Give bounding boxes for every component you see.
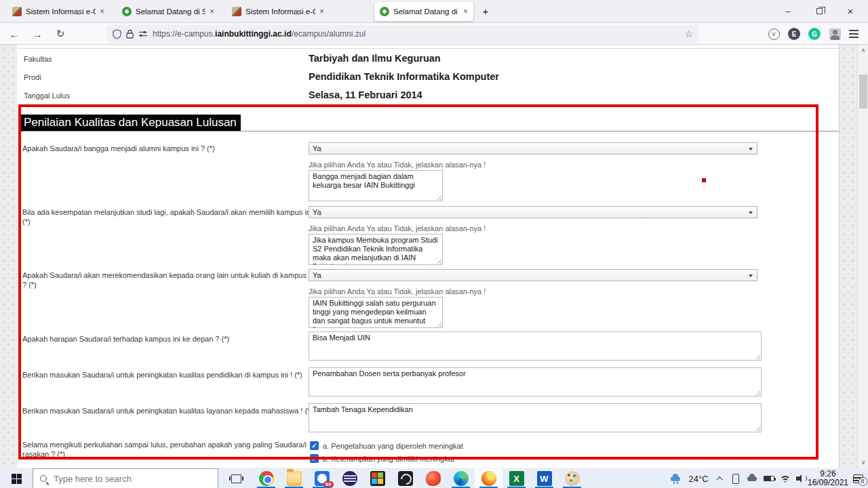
eclipse-icon xyxy=(342,471,357,486)
notification-count-badge: 8 xyxy=(859,477,867,486)
tab-4-active[interactable]: Selamat Datang di Sistem Infor × xyxy=(374,2,473,21)
question-6-answer-wrap: Tambah Tenaga Kependidikan xyxy=(309,403,762,432)
taskbar-app-excel[interactable]: X xyxy=(502,468,530,488)
window-close-button[interactable]: × xyxy=(837,0,864,22)
question-6-answer-textarea[interactable]: Tambah Tenaga Kependidikan xyxy=(309,403,762,432)
extension-g-badge: G xyxy=(808,28,821,40)
taskbar-app-paint[interactable] xyxy=(558,468,586,488)
restore-icon xyxy=(816,8,823,14)
search-input[interactable] xyxy=(54,474,189,484)
question-3-reason-textarea[interactable]: IAIN Bukittinggi salah satu perguruan ti… xyxy=(309,297,443,328)
question-1-reason-wrap: Bangga menjadi bagian dalam keluarga bes… xyxy=(309,170,443,201)
permissions-icon[interactable] xyxy=(138,30,148,37)
pocket-icon[interactable]: ∨ xyxy=(765,23,783,45)
scrollbar-thumb[interactable] xyxy=(859,75,867,108)
tab-close-icon[interactable]: × xyxy=(100,7,104,16)
question-2-dropdown[interactable]: Ya xyxy=(309,206,757,218)
bookmark-star-icon[interactable]: ☆ xyxy=(684,28,693,39)
shield-icon[interactable] xyxy=(113,29,121,39)
taskbar-app-eclipse[interactable] xyxy=(336,468,363,488)
tab-close-icon[interactable]: × xyxy=(463,7,468,16)
taskbar-search[interactable] xyxy=(33,468,218,488)
url-bar[interactable]: https://e-campus.iainbukittinggi.ac.id/e… xyxy=(107,25,698,43)
dropdown-value: Ya xyxy=(313,208,321,216)
checkbox-checked[interactable]: ✓ xyxy=(310,454,319,463)
account-avatar[interactable] xyxy=(826,23,844,45)
tab-favicon-icon xyxy=(232,7,241,16)
scrollbar-down-icon[interactable]: ∨ xyxy=(858,459,868,466)
taskbar-app-chrome[interactable] xyxy=(252,468,280,488)
file-explorer-icon xyxy=(287,471,302,486)
url-text[interactable]: https://e-campus.iainbukittinggi.ac.id/e… xyxy=(153,29,679,39)
start-button[interactable] xyxy=(0,468,33,488)
question-1-reason-textarea[interactable]: Bangga menjadi bagian dalam keluarga bes… xyxy=(309,170,443,201)
extension-e-icon[interactable]: E xyxy=(785,23,803,45)
gauge-app-icon xyxy=(398,471,413,486)
search-icon xyxy=(40,475,47,482)
tab-3[interactable]: Sistem Informasi e-Campus | IN × xyxy=(226,2,330,21)
office-icon xyxy=(426,471,441,486)
tray-volume-icon[interactable] xyxy=(793,468,808,488)
section-title-wrap: Penilaian Kualitas dan Kepuasan Lulusan xyxy=(21,115,241,131)
paint-icon xyxy=(565,471,580,486)
scrollbar-up-icon[interactable]: ∧ xyxy=(858,47,868,54)
question-2-reason-textarea[interactable]: Jika kampus Membuka program Studi S2 Pen… xyxy=(309,234,443,265)
tab-1[interactable]: Sistem Informasi e-Campus | IN × xyxy=(7,2,110,21)
window-restore-button[interactable] xyxy=(806,0,833,22)
question-3-helper: Jika pilihan Anda Ya atau Tidak, jelaska… xyxy=(309,287,486,296)
question-5-answer-textarea[interactable]: Penambahan Dosen serta perbanyak profeso… xyxy=(309,367,762,396)
taskbar-app-office[interactable] xyxy=(419,468,447,488)
tab-title: Selamat Datang di Sistem Infor xyxy=(136,7,205,16)
chevron-down-icon xyxy=(749,148,753,150)
tab-close-icon[interactable]: × xyxy=(210,7,214,16)
tab-2[interactable]: Selamat Datang di Sistem Infor × xyxy=(117,2,220,21)
checkbox-row-b: ✓ b. Keterampilan yang dimiliki meningka… xyxy=(310,454,454,463)
taskbar-app-whatsapp[interactable]: 99 xyxy=(308,468,336,488)
question-3-label: Apakah Saudara/i akan merekomendasikan k… xyxy=(22,270,321,289)
browser-tab-bar: Sistem Informasi e-Campus | IN × Selamat… xyxy=(0,0,868,23)
forward-button[interactable]: → xyxy=(28,23,46,45)
chrome-icon xyxy=(259,471,274,486)
new-tab-button[interactable]: + xyxy=(479,5,492,19)
tray-chevron-up-icon[interactable] xyxy=(713,468,727,488)
taskbar-app-store[interactable] xyxy=(363,468,391,488)
question-5-label: Berikan masukan Saudara/i untuk peningka… xyxy=(22,370,321,380)
task-view-button[interactable] xyxy=(224,468,248,488)
tray-battery-icon[interactable] xyxy=(761,468,777,488)
tray-clock[interactable]: 9:26 16/09/2021 xyxy=(808,468,848,488)
tray-temperature[interactable]: 24°C xyxy=(685,468,712,488)
tray-phone-icon[interactable] xyxy=(728,468,743,488)
question-1-helper: Jika pilihan Anda Ya atau Tidak, jelaska… xyxy=(309,161,486,169)
checkbox-checked[interactable]: ✓ xyxy=(310,441,319,450)
chevron-down-icon xyxy=(749,211,753,214)
info-label-fakultas: Fakultas xyxy=(24,55,52,63)
back-button[interactable]: ← xyxy=(5,23,23,45)
question-1-dropdown[interactable]: Ya xyxy=(309,142,757,155)
page-scrollbar[interactable]: ∧ ∨ xyxy=(857,45,868,468)
checkbox-label: b. Keterampilan yang dimiliki meningkat xyxy=(323,455,454,463)
question-4-answer-textarea[interactable]: Bisa Menjadi UIN xyxy=(309,331,762,361)
tray-onedrive-icon[interactable] xyxy=(745,468,760,488)
info-value-tanggal-lulus: Selasa, 11 Februari 2014 xyxy=(309,89,422,100)
table-top-border xyxy=(18,48,839,49)
weather-icon[interactable] xyxy=(667,468,684,488)
question-3-dropdown[interactable]: Ya xyxy=(309,269,757,281)
window-minimize-button[interactable]: – xyxy=(774,0,802,22)
tab-close-icon[interactable]: × xyxy=(319,7,324,16)
info-value-prodi: Pendidikan Teknik Informatika Komputer xyxy=(309,71,499,82)
menu-button[interactable] xyxy=(845,23,863,45)
reload-button[interactable]: ↻ xyxy=(52,23,69,45)
taskbar-app-edge[interactable] xyxy=(447,468,475,488)
annotation-red-dot xyxy=(702,178,706,182)
tray-wifi-icon[interactable] xyxy=(777,468,793,488)
taskbar-app-gauge[interactable] xyxy=(391,468,419,488)
tab-title: Sistem Informasi e-Campus | IN xyxy=(245,7,315,16)
page-background-texture-left xyxy=(0,45,17,468)
taskbar-app-firefox-active[interactable] xyxy=(475,468,502,488)
section-title: Penilaian Kualitas dan Kepuasan Lulusan xyxy=(21,115,241,131)
lock-icon[interactable] xyxy=(126,29,134,39)
notification-center-button[interactable]: 8 xyxy=(849,468,867,488)
taskbar-app-word[interactable]: W xyxy=(530,468,558,488)
extension-grammarly-icon[interactable]: G xyxy=(806,23,823,45)
taskbar-app-explorer[interactable] xyxy=(280,468,308,488)
